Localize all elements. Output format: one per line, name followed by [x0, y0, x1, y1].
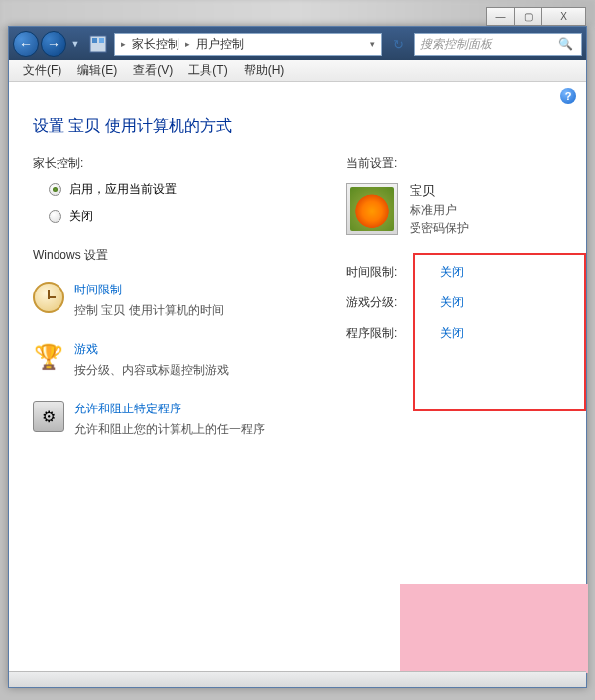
page-title: 设置 宝贝 使用计算机的方式 [33, 116, 562, 137]
search-placeholder: 搜索控制面板 [420, 36, 492, 53]
time-limits-desc: 控制 宝贝 使用计算机的时间 [74, 302, 224, 319]
status-time-label: 时间限制: [346, 264, 440, 281]
status-games-label: 游戏分级: [346, 294, 440, 311]
left-column: 家长控制: 启用，应用当前设置 关闭 Windows 设置 [33, 155, 334, 452]
parental-radio-group: 启用，应用当前设置 关闭 [33, 181, 334, 225]
overlay-watermark [400, 584, 588, 673]
chevron-down-icon[interactable]: ▾ [368, 39, 377, 49]
clock-icon [33, 282, 64, 313]
radio-enable[interactable]: 启用，应用当前设置 [49, 181, 334, 198]
close-button[interactable]: X [541, 7, 586, 26]
settings-list: 时间限制 控制 宝贝 使用计算机的时间 🏆 游戏 按分级、内容或标题控制游戏 ⚙ [33, 274, 334, 452]
games-desc: 按分级、内容或标题控制游戏 [74, 362, 229, 379]
menu-bar: 文件(F) 编辑(E) 查看(V) 工具(T) 帮助(H) [9, 60, 586, 82]
refresh-button[interactable]: ↻ [386, 37, 410, 52]
chevron-right-icon: ▸ [183, 39, 192, 49]
breadcrumb-parental[interactable]: 家长控制 [128, 36, 183, 53]
titlebar-controls: — ▢ X [487, 7, 586, 26]
menu-tools[interactable]: 工具(T) [180, 62, 235, 79]
content-area: ? 设置 宝贝 使用计算机的方式 家长控制: 启用，应用当前设置 关闭 Wind… [9, 82, 586, 687]
navigation-bar: ← → ▼ ▸ 家长控制 ▸ 用户控制 ▾ ↻ 搜索控制面板 🔍 [9, 27, 586, 60]
programs-link[interactable]: 允许和阻止特定程序 [74, 401, 265, 417]
trophy-icon: 🏆 [33, 341, 64, 373]
setting-games: 🏆 游戏 按分级、内容或标题控制游戏 [33, 333, 334, 393]
chevron-right-icon: ▸ [119, 39, 128, 49]
status-bar [9, 671, 586, 687]
setting-time-limits: 时间限制 控制 宝贝 使用计算机的时间 [33, 274, 334, 333]
radio-disable-label: 关闭 [69, 208, 93, 225]
avatar-image [350, 187, 394, 231]
avatar [346, 183, 398, 235]
status-programs-value[interactable]: 关闭 [440, 325, 464, 342]
svg-rect-1 [92, 38, 97, 43]
search-icon[interactable]: 🔍 [555, 37, 575, 51]
radio-enable-label: 启用，应用当前设置 [69, 181, 177, 198]
time-limits-link[interactable]: 时间限制 [74, 282, 224, 298]
radio-icon [49, 210, 61, 223]
back-button[interactable]: ← [13, 31, 39, 57]
programs-desc: 允许和阻止您的计算机上的任一程序 [74, 421, 265, 438]
user-type: 标准用户 [410, 201, 469, 219]
breadcrumb-user-control[interactable]: 用户控制 [192, 36, 248, 53]
setting-programs: ⚙ 允许和阻止特定程序 允许和阻止您的计算机上的任一程序 [33, 393, 334, 452]
nav-history-dropdown[interactable]: ▼ [68, 31, 82, 57]
help-icon[interactable]: ? [560, 88, 576, 104]
user-password-status: 受密码保护 [410, 219, 469, 237]
svg-rect-2 [99, 38, 104, 43]
user-name: 宝贝 [410, 181, 469, 201]
current-settings-label: 当前设置: [346, 155, 562, 172]
program-icon: ⚙ [33, 401, 64, 432]
breadcrumb[interactable]: ▸ 家长控制 ▸ 用户控制 ▾ [114, 33, 382, 56]
windows-settings-label: Windows 设置 [33, 247, 334, 264]
status-programs: 程序限制: 关闭 [346, 318, 562, 349]
status-games-value[interactable]: 关闭 [440, 294, 464, 311]
status-programs-label: 程序限制: [346, 325, 440, 342]
window: — ▢ X ← → ▼ ▸ 家长控制 ▸ 用户控制 ▾ ↻ 搜索控制面板 🔍 文… [8, 26, 587, 688]
status-time-value[interactable]: 关闭 [440, 264, 464, 281]
user-card: 宝贝 标准用户 受密码保护 [346, 181, 562, 237]
status-list: 时间限制: 关闭 游戏分级: 关闭 程序限制: 关闭 [346, 257, 562, 349]
forward-button[interactable]: → [41, 31, 66, 57]
radio-disable[interactable]: 关闭 [49, 208, 334, 225]
games-link[interactable]: 游戏 [74, 341, 229, 358]
radio-icon [49, 183, 61, 196]
menu-edit[interactable]: 编辑(E) [69, 62, 125, 79]
menu-file[interactable]: 文件(F) [15, 62, 69, 79]
maximize-button[interactable]: ▢ [514, 7, 542, 26]
minimize-button[interactable]: — [486, 7, 515, 26]
status-time: 时间限制: 关闭 [346, 257, 562, 288]
search-input[interactable]: 搜索控制面板 🔍 [414, 33, 582, 56]
right-column: 当前设置: 宝贝 标准用户 受密码保护 时间限制: 关闭 游戏分级: [334, 155, 562, 452]
control-panel-icon [88, 34, 108, 54]
menu-view[interactable]: 查看(V) [125, 62, 180, 79]
parental-control-label: 家长控制: [33, 155, 334, 172]
menu-help[interactable]: 帮助(H) [236, 62, 293, 79]
status-games: 游戏分级: 关闭 [346, 288, 562, 318]
